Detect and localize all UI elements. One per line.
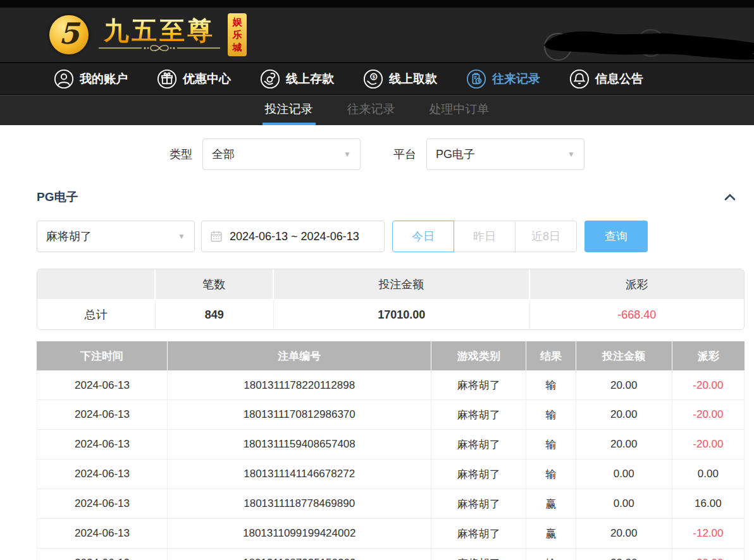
cell-bet-time: 2024-06-13 (37, 460, 168, 489)
cell-payout: 16.00 (672, 489, 745, 519)
nav-my-account[interactable]: 我的账户 (54, 69, 128, 89)
cell-result: 赢 (526, 519, 576, 549)
date-range-picker[interactable]: 2024-06-13 ~ 2024-06-13 (201, 221, 385, 252)
summary-total-count: 849 (156, 299, 275, 329)
cell-result: 赢 (526, 489, 576, 519)
main-nav: 我的账户 优惠中心 线上存款 $ 线上取款 往来记录 (0, 63, 754, 95)
cell-bet-amount: 20.00 (576, 400, 672, 430)
summary-header-payout: 派彩 (530, 269, 744, 299)
deposit-icon (260, 69, 280, 89)
cell-bet-time: 2024-06-13 (37, 370, 168, 400)
cell-result: 输 (526, 370, 576, 400)
search-button[interactable]: 查询 (584, 221, 648, 252)
game-select[interactable]: 麻将胡了 ▼ (37, 221, 195, 252)
col-bet-time: 下注时间 (37, 341, 168, 370)
cell-bet-time: 2024-06-13 (37, 519, 168, 549)
chevron-down-icon: ▼ (567, 150, 575, 159)
cell-game-type: 麻将胡了 (431, 460, 526, 489)
records-icon (466, 69, 486, 89)
content-area: 类型 全部 ▼ 平台 PG电子 ▼ PG电子 麻将胡了 ▼ 2024-06-13… (0, 125, 754, 560)
summary-total-payout: -668.40 (530, 299, 744, 329)
tab-bet-records[interactable]: 投注记录 (263, 95, 316, 125)
summary-header-count: 笔数 (156, 269, 275, 299)
bet-records-table: 下注时间 注单编号 游戏类别 结果 投注金额 派彩 2024-06-13 180… (37, 341, 745, 560)
section-header: PG电子 (37, 189, 738, 205)
col-payout: 派彩 (672, 341, 745, 370)
table-header-row: 下注时间 注单编号 游戏类别 结果 投注金额 派彩 (37, 341, 745, 370)
platform-label: 平台 (393, 147, 416, 162)
cell-bet-time: 2024-06-13 (37, 549, 168, 560)
nav-announcements[interactable]: 信息公告 (569, 69, 643, 89)
withdraw-icon: $ (363, 69, 383, 89)
summary-total-amount: 17010.00 (274, 299, 529, 329)
brand-badge: 娱 乐 城 (228, 13, 247, 56)
cell-game-type: 麻将胡了 (431, 430, 526, 460)
nav-promotions[interactable]: 优惠中心 (157, 69, 231, 89)
col-game-type: 游戏类别 (431, 341, 526, 370)
cell-bet-amount: 20.00 (576, 370, 672, 400)
logo-flourish-icon (96, 44, 223, 52)
quick-date-group: 今日 昨日 近8日 (392, 221, 577, 252)
bell-icon (569, 69, 590, 89)
cell-payout: -20.00 (672, 400, 745, 430)
chevron-down-icon: ▼ (178, 232, 185, 241)
last-8-days-button[interactable]: 近8日 (515, 221, 577, 252)
today-button[interactable]: 今日 (392, 221, 454, 252)
redacted-account-info (533, 24, 754, 66)
nav-deposit[interactable]: 线上存款 (260, 69, 334, 89)
site-logo[interactable]: 5 九五至尊 娱 乐 城 (49, 13, 247, 56)
cell-bet-id: 1801311170812986370 (168, 400, 431, 430)
table-row: 2024-06-13 1801311118778469890 麻将胡了 赢 0.… (37, 489, 745, 519)
site-header: 5 九五至尊 娱 乐 城 (0, 8, 754, 63)
summary-total-label: 总计 (37, 299, 156, 329)
col-bet-id: 注单编号 (168, 341, 431, 370)
cell-bet-time: 2024-06-13 (37, 430, 168, 460)
cell-bet-id: 1801311159408657408 (168, 430, 431, 460)
table-row: 2024-06-13 1801311170812986370 麻将胡了 输 20… (37, 400, 745, 430)
date-range-value: 2024-06-13 ~ 2024-06-13 (230, 230, 359, 243)
cell-result: 输 (526, 460, 576, 489)
nav-transaction-records[interactable]: 往来记录 (466, 69, 540, 89)
nav-withdraw[interactable]: $ 线上取款 (363, 69, 437, 89)
chevron-up-icon[interactable] (722, 190, 738, 205)
cell-bet-amount: 20.00 (576, 549, 672, 560)
window-top-strip (0, 0, 754, 8)
table-row: 2024-06-13 1801311087925150209 麻将胡了 输 20… (37, 549, 745, 560)
chevron-down-icon: ▼ (343, 150, 351, 159)
type-select[interactable]: 全部 ▼ (202, 138, 361, 170)
brand-name: 九五至尊 (104, 17, 215, 44)
table-row: 2024-06-13 1801311159408657408 麻将胡了 输 20… (37, 430, 745, 460)
cell-payout: -12.00 (672, 519, 745, 549)
cell-game-type: 麻将胡了 (431, 519, 526, 549)
yesterday-button[interactable]: 昨日 (454, 221, 516, 252)
cell-result: 输 (526, 549, 576, 560)
cell-bet-id: 1801311118778469890 (168, 489, 431, 519)
cell-bet-amount: 20.00 (576, 430, 672, 460)
cell-bet-amount: 0.00 (576, 460, 672, 489)
cell-bet-amount: 0.00 (576, 489, 672, 519)
user-icon (54, 69, 74, 89)
table-row: 2024-06-13 1801311178220112898 麻将胡了 输 20… (37, 370, 745, 400)
tab-pending-orders[interactable]: 处理中订单 (427, 95, 492, 125)
cell-result: 输 (526, 400, 576, 430)
section-filter-row: 麻将胡了 ▼ 2024-06-13 ~ 2024-06-13 今日 昨日 近8日… (37, 221, 754, 252)
cell-bet-id: 1801311099199424002 (168, 519, 431, 549)
table-row: 2024-06-13 1801311141146678272 麻将胡了 输 0.… (37, 460, 745, 489)
summary-table: 笔数 投注金额 派彩 总计 849 17010.00 -668.40 (37, 269, 745, 330)
logo-emblem-icon: 5 (49, 15, 89, 54)
cell-game-type: 麻将胡了 (431, 370, 526, 400)
logo-monogram: 5 (59, 19, 79, 48)
table-row: 2024-06-13 1801311099199424002 麻将胡了 赢 20… (37, 519, 745, 549)
top-filter-row: 类型 全部 ▼ 平台 PG电子 ▼ (0, 138, 754, 170)
cell-payout: -20.00 (672, 430, 745, 460)
col-result: 结果 (526, 341, 576, 370)
gift-icon (157, 69, 177, 89)
cell-result: 输 (526, 430, 576, 460)
cell-bet-amount: 20.00 (576, 519, 672, 549)
summary-header-amount: 投注金额 (274, 269, 529, 299)
tab-transaction-records[interactable]: 往来记录 (345, 95, 398, 125)
table-body: 2024-06-13 1801311178220112898 麻将胡了 输 20… (37, 370, 745, 560)
cell-bet-id: 1801311178220112898 (168, 370, 431, 400)
section-title: PG电子 (37, 189, 78, 205)
platform-select[interactable]: PG电子 ▼ (426, 138, 584, 170)
